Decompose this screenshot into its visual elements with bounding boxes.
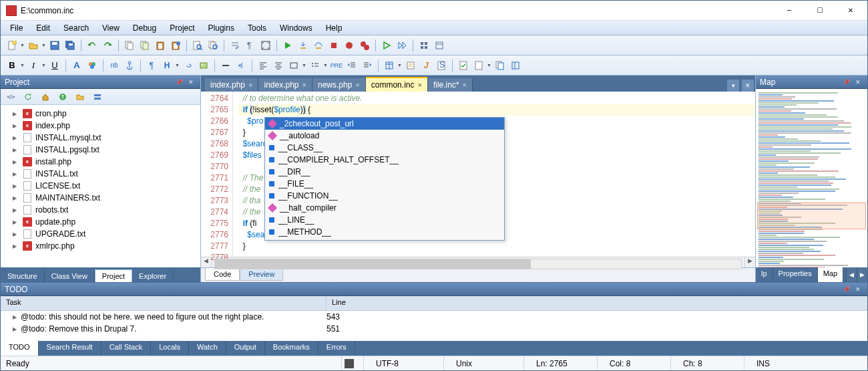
tree-item[interactable]: ▶INSTALL.txt xyxy=(1,168,200,180)
script-button[interactable]: J xyxy=(419,58,433,73)
left-tab-project[interactable]: Project xyxy=(95,269,132,282)
paragraph-button[interactable]: ¶ xyxy=(144,58,159,73)
cut-button[interactable] xyxy=(138,38,152,53)
autocomplete-item[interactable]: __LINE__ xyxy=(265,214,504,226)
autocomplete-item[interactable]: __halt_compiler xyxy=(265,202,504,214)
pre-button[interactable]: PRE xyxy=(329,58,344,73)
chevron-right-icon[interactable]: ▶ xyxy=(13,314,21,320)
bottom-tab-watch[interactable]: Watch xyxy=(189,341,226,356)
autocomplete-item[interactable]: __FILE__ xyxy=(265,178,504,190)
tree-item[interactable]: ▶eupdate.php xyxy=(1,216,200,228)
minimap[interactable] xyxy=(756,89,867,267)
chevron-right-icon[interactable]: ▶ xyxy=(13,219,21,225)
chevron-right-icon[interactable]: ▶ xyxy=(13,171,21,177)
list-button[interactable] xyxy=(308,58,322,73)
menu-plugins[interactable]: Plugins xyxy=(202,22,241,34)
chevron-right-icon[interactable]: ▶ xyxy=(13,183,21,189)
status-encoding[interactable]: UTF-8 xyxy=(363,356,443,370)
document-button[interactable] xyxy=(471,58,486,73)
sync-button[interactable] xyxy=(90,90,105,104)
autocomplete-item[interactable]: __NAMESPACE__ xyxy=(265,238,504,240)
pin-icon[interactable]: 📌 xyxy=(173,79,186,86)
close-tab-icon[interactable]: × xyxy=(463,81,467,89)
nbsp-button[interactable]: nb xyxy=(107,58,122,73)
stop-button[interactable] xyxy=(327,38,341,53)
close-tab-icon[interactable]: × xyxy=(302,81,306,89)
tree-item[interactable]: ▶LICENSE.txt xyxy=(1,180,200,192)
pin-icon[interactable]: 📌 xyxy=(840,286,853,293)
copy-button[interactable] xyxy=(122,38,137,53)
fullscreen-button[interactable] xyxy=(258,38,273,53)
editor-tab[interactable]: index.php× xyxy=(258,78,312,92)
todo-row[interactable]: ▶@todo: this should not be here. we need… xyxy=(1,311,867,323)
autocomplete-item[interactable]: __autoload xyxy=(265,130,504,142)
panel-close-icon[interactable]: ✕ xyxy=(853,286,863,293)
chevron-right-icon[interactable]: ▶ xyxy=(13,111,21,117)
tree-item[interactable]: ▶INSTALL.mysql.txt xyxy=(1,132,200,144)
collapse-button[interactable] xyxy=(3,90,18,104)
tree-item[interactable]: ▶eindex.php xyxy=(1,120,200,132)
redo-button[interactable] xyxy=(100,38,115,53)
color-picker-button[interactable] xyxy=(85,58,99,73)
pin-icon[interactable]: 📌 xyxy=(840,79,853,86)
bottom-tab-errors[interactable]: Errors xyxy=(318,341,355,356)
history-button[interactable] xyxy=(168,38,183,53)
chevron-right-icon[interactable]: ▶ xyxy=(13,123,21,129)
editor-tab[interactable]: common.inc× xyxy=(366,77,428,92)
chevron-right-icon[interactable]: ▶ xyxy=(13,243,21,249)
left-tab-explorer[interactable]: Explorer xyxy=(132,270,174,282)
chevron-right-icon[interactable]: ▶ xyxy=(13,326,21,332)
menu-project[interactable]: Project xyxy=(163,22,201,34)
new-file-button[interactable] xyxy=(5,38,19,53)
table-button[interactable] xyxy=(382,58,397,73)
grid-button[interactable] xyxy=(417,38,431,53)
stack-button[interactable] xyxy=(493,58,507,73)
link-button[interactable] xyxy=(181,58,196,73)
editor-tab-list-button[interactable]: ▾ xyxy=(727,80,739,92)
editor-mode-tab-code[interactable]: Code xyxy=(205,268,240,281)
close-tab-icon[interactable]: × xyxy=(248,81,252,89)
layout-button[interactable] xyxy=(508,58,523,73)
refresh-button[interactable] xyxy=(21,90,35,104)
chevron-right-icon[interactable]: ▶ xyxy=(13,195,21,201)
autocomplete-item[interactable]: __COMPILER_HALT_OFFSET__ xyxy=(265,154,504,166)
new-folder-button[interactable] xyxy=(73,90,87,104)
tree-item[interactable]: ▶INSTALL.pgsql.txt xyxy=(1,144,200,156)
step-into-button[interactable] xyxy=(296,38,310,53)
menu-windows[interactable]: Windows xyxy=(273,22,319,34)
minimize-button[interactable]: ─ xyxy=(774,1,805,21)
autocomplete-item[interactable]: __DIR__ xyxy=(265,166,504,178)
right-tab-lp[interactable]: lp xyxy=(756,267,773,282)
autocomplete-popup[interactable]: _2checkout_post_url__autoload__CLASS____… xyxy=(264,117,505,241)
tree-item[interactable]: ▶robots.txt xyxy=(1,204,200,216)
align-center-button[interactable] xyxy=(271,58,286,73)
menu-edit[interactable]: Edit xyxy=(29,22,57,34)
right-tab-map[interactable]: Map xyxy=(818,267,843,282)
autocomplete-item[interactable]: __CLASS__ xyxy=(265,142,504,154)
minimap-viewport[interactable] xyxy=(757,203,866,229)
tab-scroll-left-button[interactable]: ◀ xyxy=(846,267,857,282)
search-files-button[interactable] xyxy=(206,38,220,53)
tree-item[interactable]: ▶einstall.php xyxy=(1,156,200,168)
status-ins[interactable]: INS xyxy=(744,356,867,370)
home-button[interactable] xyxy=(38,90,53,104)
step-over-button[interactable] xyxy=(311,38,326,53)
status-eol[interactable]: Unix xyxy=(443,356,523,370)
menu-view[interactable]: View xyxy=(95,22,126,34)
panel-close-icon[interactable]: ✕ xyxy=(186,79,196,86)
editor-tab[interactable]: news.php× xyxy=(312,78,366,92)
undo-button[interactable] xyxy=(85,38,99,53)
chevron-right-icon[interactable]: ▶ xyxy=(13,147,21,153)
anchor-button[interactable] xyxy=(122,58,137,73)
menu-help[interactable]: Help xyxy=(319,22,349,34)
tree-item[interactable]: ▶MAINTAINERS.txt xyxy=(1,192,200,204)
word-wrap-button[interactable] xyxy=(228,38,242,53)
tree-item[interactable]: ▶exmlrpc.php xyxy=(1,240,200,252)
autocomplete-item[interactable]: __FUNCTION__ xyxy=(265,190,504,202)
run-button[interactable] xyxy=(280,38,295,53)
bottom-tab-search-result[interactable]: Search Result xyxy=(39,341,101,356)
tree-item[interactable]: ▶ecron.php xyxy=(1,108,200,120)
hr-button[interactable] xyxy=(218,58,233,73)
form-button[interactable] xyxy=(403,58,418,73)
bottom-tab-call-stack[interactable]: Call Stack xyxy=(101,341,152,356)
